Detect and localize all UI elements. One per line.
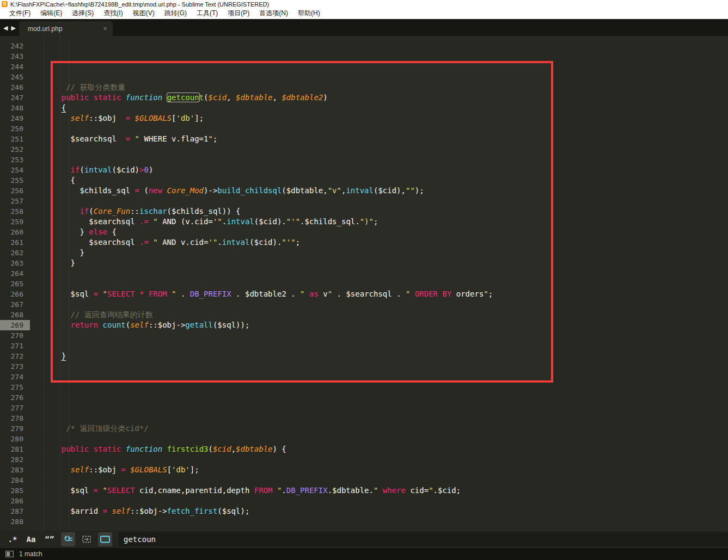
highlight-matches-toggle-button[interactable] bbox=[98, 532, 112, 546]
code-line[interactable]: 277 bbox=[0, 403, 728, 413]
wrap-toggle-button[interactable] bbox=[61, 532, 75, 546]
code-line[interactable]: 254 if(intval($cid)>0) bbox=[0, 165, 728, 175]
line-number: 255 bbox=[0, 175, 30, 186]
code-line[interactable]: 258 if(Core_Fun::ischar($childs_sql)) { bbox=[0, 206, 728, 217]
menu-goto[interactable]: 跳转(G) bbox=[160, 8, 192, 19]
code-line[interactable]: 248 { bbox=[0, 103, 728, 113]
code-line[interactable]: 269 return count(self::$obj->getall($sql… bbox=[0, 320, 728, 330]
in-selection-toggle-button[interactable] bbox=[79, 532, 94, 546]
line-number: 251 bbox=[0, 134, 30, 144]
code-line[interactable]: 255 { bbox=[0, 175, 728, 186]
code-line[interactable]: 250 bbox=[0, 124, 728, 134]
line-number: 252 bbox=[0, 144, 30, 155]
line-number: 285 bbox=[0, 485, 30, 496]
line-number: 242 bbox=[0, 41, 30, 51]
menu-tools[interactable]: 工具(T) bbox=[192, 8, 223, 19]
line-number: 288 bbox=[0, 516, 30, 527]
tab-close-icon[interactable]: × bbox=[103, 25, 107, 32]
code-line[interactable]: 274 bbox=[0, 372, 728, 382]
code-line[interactable]: 243 bbox=[0, 51, 728, 61]
code-line[interactable]: 264 bbox=[0, 268, 728, 279]
menu-bar: 文件(F) 编辑(E) 选择(S) 查找(I) 视图(V) 跳转(G) 工具(T… bbox=[0, 8, 728, 19]
code-line[interactable]: 288 bbox=[0, 516, 728, 527]
code-line[interactable]: 286 bbox=[0, 496, 728, 506]
menu-file[interactable]: 文件(F) bbox=[4, 8, 35, 19]
code-line[interactable]: 251 $searchsql = " WHERE v.flag=1"; bbox=[0, 134, 728, 144]
code-line[interactable]: 271 bbox=[0, 341, 728, 351]
line-number: 275 bbox=[0, 382, 30, 392]
line-number: 245 bbox=[0, 72, 30, 82]
regex-toggle-button[interactable]: .* bbox=[5, 532, 20, 546]
tab-label: mod.url.php bbox=[28, 25, 103, 33]
wrap-icon bbox=[63, 536, 73, 543]
code-line[interactable]: 287 $arrid = self::$obj->fetch_first($sq… bbox=[0, 506, 728, 516]
line-number: 283 bbox=[0, 465, 30, 475]
code-line[interactable]: 284 bbox=[0, 475, 728, 485]
in-selection-icon bbox=[81, 536, 92, 543]
code-line[interactable]: 270 bbox=[0, 330, 728, 341]
back-arrow-icon[interactable]: ◀ bbox=[3, 25, 8, 31]
sublime-logo-icon: S bbox=[2, 1, 8, 7]
forward-arrow-icon[interactable]: ▶ bbox=[11, 25, 15, 31]
code-line[interactable]: 276 bbox=[0, 392, 728, 403]
search-input[interactable] bbox=[119, 532, 728, 546]
code-line[interactable]: 247 public static function getcount($cid… bbox=[0, 93, 728, 103]
tab-mod-url-php[interactable]: mod.url.php × bbox=[19, 21, 113, 36]
code-line[interactable]: 249 self::$obj = $GLOBALS['db']; bbox=[0, 113, 728, 124]
line-number: 266 bbox=[0, 289, 30, 299]
code-line[interactable]: 275 bbox=[0, 382, 728, 392]
code-line[interactable]: 265 bbox=[0, 279, 728, 289]
code-line[interactable]: 256 $childs_sql = (new Core_Mod)->build_… bbox=[0, 186, 728, 196]
line-number: 250 bbox=[0, 124, 30, 134]
code-line[interactable]: 253 bbox=[0, 155, 728, 165]
code-line[interactable]: 242 bbox=[0, 41, 728, 51]
code-line[interactable]: 262 } bbox=[0, 248, 728, 258]
code-line[interactable]: 268 // 返回查询结果的计数 bbox=[0, 310, 728, 320]
highlight-matches-icon bbox=[100, 536, 111, 543]
code-line[interactable]: 280 bbox=[0, 434, 728, 444]
code-line[interactable]: 281 public static function firstcid3($ci… bbox=[0, 444, 728, 454]
line-number: 254 bbox=[0, 165, 30, 175]
code-line[interactable]: 246 // 获取分类数量 bbox=[0, 82, 728, 93]
line-number: 260 bbox=[0, 227, 30, 237]
code-line[interactable]: 261 $searchsql .= " AND v.cid='".intval(… bbox=[0, 237, 728, 248]
code-line[interactable]: 278 bbox=[0, 413, 728, 423]
code-line[interactable]: 245 bbox=[0, 72, 728, 82]
code-line[interactable]: 259 $searchsql .= " AND (v.cid='".intval… bbox=[0, 217, 728, 227]
code-line[interactable]: 252 bbox=[0, 144, 728, 155]
line-number: 249 bbox=[0, 113, 30, 124]
line-number: 263 bbox=[0, 258, 30, 268]
menu-selection[interactable]: 选择(S) bbox=[67, 8, 99, 19]
code-line[interactable]: 244 bbox=[0, 61, 728, 72]
code-line[interactable]: 273 bbox=[0, 361, 728, 372]
menu-help[interactable]: 帮助(H) bbox=[293, 8, 325, 19]
line-number: 244 bbox=[0, 61, 30, 72]
code-editor[interactable]: 242243244245246 // 获取分类数量247 public stat… bbox=[0, 36, 728, 531]
code-line[interactable]: 263 } bbox=[0, 258, 728, 268]
code-line[interactable]: 260 } else { bbox=[0, 227, 728, 237]
case-sensitive-toggle-button[interactable]: Aa bbox=[24, 532, 38, 546]
menu-find[interactable]: 查找(I) bbox=[99, 8, 127, 19]
menu-view[interactable]: 视图(V) bbox=[128, 8, 160, 19]
code-line[interactable]: 272 } bbox=[0, 351, 728, 361]
code-line[interactable]: 266 $sql = "SELECT * FROM " . DB_PREFIX … bbox=[0, 289, 728, 299]
line-number: 284 bbox=[0, 475, 30, 485]
line-number: 256 bbox=[0, 186, 30, 196]
code-line[interactable]: 257 bbox=[0, 196, 728, 206]
whole-word-toggle-button[interactable]: “” bbox=[42, 532, 57, 546]
line-number: 274 bbox=[0, 372, 30, 382]
code-line[interactable]: 267 bbox=[0, 299, 728, 310]
code-line[interactable]: 279 /* 返回顶级分类cid*/ bbox=[0, 423, 728, 434]
line-number: 287 bbox=[0, 506, 30, 516]
line-number: 261 bbox=[0, 237, 30, 248]
line-number: 270 bbox=[0, 330, 30, 341]
code-line[interactable]: 285 $sql = "SELECT cid,cname,parentid,de… bbox=[0, 485, 728, 496]
menu-edit[interactable]: 编辑(E) bbox=[35, 8, 67, 19]
code-line[interactable]: 283 self::$obj = $GLOBALS['db']; bbox=[0, 465, 728, 475]
code-line[interactable]: 282 bbox=[0, 454, 728, 465]
menu-preferences[interactable]: 首选项(N) bbox=[254, 8, 293, 19]
sublime-text-window: S K:\FlashFXP\Cache\~flashfxp\B724198B_e… bbox=[0, 0, 728, 560]
line-number: 277 bbox=[0, 403, 30, 413]
line-number: 272 bbox=[0, 351, 30, 361]
menu-project[interactable]: 项目(P) bbox=[223, 8, 254, 19]
